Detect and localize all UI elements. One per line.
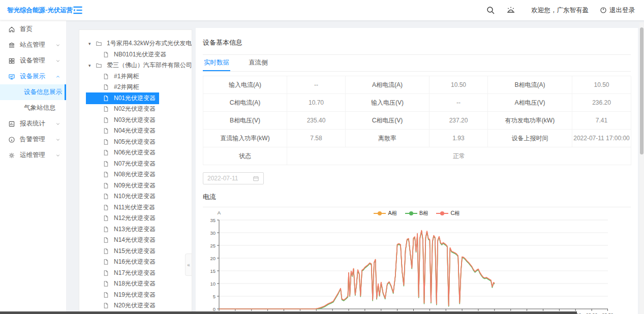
tree-node-1号家用4.32kW分布式光伏发电站[interactable]: ▾1号家用4.32kW分布式光伏发电站: [79, 38, 192, 49]
tree-node-#2并网柜[interactable]: #2并网柜: [79, 82, 192, 93]
tree-node-N18光伏逆变器[interactable]: N18光伏逆变器: [79, 278, 192, 290]
tree-node-N15光伏逆变器[interactable]: N15光伏逆变器: [79, 246, 192, 257]
sidebar-item-运维管理[interactable]: 运维管理: [0, 147, 66, 163]
tree-collapse-handle[interactable]: «: [185, 254, 192, 276]
legend-item-A相[interactable]: A相: [374, 210, 397, 217]
table-label-cell: 输入电流(A): [203, 76, 287, 94]
sidebar-item-label: 设备展示: [20, 72, 45, 81]
table-label-cell: C相电流(A): [203, 94, 287, 112]
tree-node-N12光伏逆变器[interactable]: N12光伏逆变器: [79, 213, 192, 224]
date-input[interactable]: [207, 175, 248, 182]
date-picker[interactable]: [203, 172, 264, 184]
svg-text:0: 0: [213, 306, 216, 312]
tree-node-label: N08光伏逆变器: [112, 170, 157, 179]
table-value-cell: 237.20: [430, 112, 488, 130]
sidebar-item-告警管理[interactable]: 告警管理: [0, 132, 66, 147]
vertical-scrollbar[interactable]: [639, 22, 644, 314]
tree-node-N11光伏逆变器[interactable]: N11光伏逆变器: [79, 202, 192, 213]
tab-realtime-data[interactable]: 实时数据: [203, 55, 230, 71]
chevron-up-icon: [56, 75, 60, 79]
horizontal-scrollbar-thumb[interactable]: [0, 311, 577, 314]
tree-node-content: N20光伏逆变器: [103, 301, 157, 310]
tree-node-label: N03光伏逆变器: [112, 115, 157, 125]
file-icon: [103, 106, 109, 112]
legend-item-B相[interactable]: B相: [405, 210, 428, 217]
legend-marker: [374, 211, 386, 216]
file-icon: [103, 280, 109, 287]
tree-node-N04光伏逆变器[interactable]: N04光伏逆变器: [79, 125, 192, 137]
tree-node-label: N05光伏逆变器: [112, 137, 157, 147]
tree-node-content: N01光伏逆变器: [86, 92, 159, 104]
table-value-cell: 2022-07-11 17:00:00: [572, 130, 631, 147]
table-value-cell: 10.70: [287, 94, 346, 112]
tree-node-N20光伏逆变器[interactable]: N20光伏逆变器: [79, 300, 192, 311]
sidebar-item-设备管理[interactable]: 设备管理: [0, 53, 66, 69]
legend-marker: [405, 211, 417, 216]
tree-node-N16光伏逆变器[interactable]: N16光伏逆变器: [79, 257, 192, 268]
sidebar-subitem-设备信息展示[interactable]: 设备信息展示: [0, 84, 66, 100]
tree-node-content: N13光伏逆变器: [103, 225, 157, 234]
tree-node-N10光伏逆变器[interactable]: N10光伏逆变器: [79, 191, 192, 202]
table-value-cell: 236.20: [572, 94, 631, 112]
sidebar-item-设备展示[interactable]: 设备展示: [0, 69, 66, 84]
tree-node-label: 1号家用4.32kW分布式光伏发电站: [105, 39, 192, 48]
tree-node-N06光伏逆变器[interactable]: N06光伏逆变器: [79, 147, 192, 159]
file-icon: [103, 128, 109, 134]
alarm-icon[interactable]: [506, 6, 515, 15]
tree-node-N07光伏逆变器[interactable]: N07光伏逆变器: [79, 159, 192, 170]
sidebar-item-首页[interactable]: 首页: [0, 21, 66, 37]
tree-node-label: N20光伏逆变器: [112, 301, 157, 310]
logout-button[interactable]: 退出登录: [600, 6, 635, 15]
table-value-cell: 10.50: [572, 76, 631, 94]
tree-node-N05光伏逆变器[interactable]: N05光伏逆变器: [79, 137, 192, 148]
tree-node-N09光伏逆变器[interactable]: N09光伏逆变器: [79, 180, 192, 192]
tree-node-label: N15光伏逆变器: [112, 246, 157, 256]
tree-node-label: N11光伏逆变器: [112, 203, 157, 212]
tree-node-#1并网柜[interactable]: #1并网柜: [79, 71, 192, 82]
file-icon: [103, 149, 109, 156]
tree-node-label: N14光伏逆变器: [112, 235, 157, 245]
file-icon: [103, 248, 109, 255]
svg-text:35: 35: [210, 217, 216, 223]
file-icon: [103, 171, 109, 178]
sidebar-item-label: 报表统计: [20, 119, 45, 128]
tree-node-N01光伏逆变器[interactable]: N01光伏逆变器: [79, 93, 192, 104]
tree-node-N19光伏逆变器[interactable]: N19光伏逆变器: [79, 290, 192, 301]
tree-node-N14光伏逆变器[interactable]: N14光伏逆变器: [79, 235, 192, 246]
legend-item-C相[interactable]: C相: [436, 210, 459, 217]
chevron-down-icon: [56, 43, 60, 47]
table-value-cell: 10.50: [430, 76, 488, 94]
tree-node-NB0101光伏逆变器[interactable]: NB0101光伏逆变器: [79, 49, 192, 60]
caret-down-icon[interactable]: ▾: [88, 63, 94, 68]
menu-fold-icon[interactable]: [72, 5, 83, 16]
table-label-cell: 输入电压(V): [346, 94, 430, 112]
chevron-down-icon: [56, 153, 60, 158]
chevron-down-icon: [56, 122, 60, 126]
sidebar-item-报表统计[interactable]: 报表统计: [0, 116, 66, 132]
vertical-scrollbar-thumb[interactable]: [640, 27, 643, 154]
sidebar-subitem-气象站信息[interactable]: 气象站信息: [0, 100, 66, 116]
table-label-cell: 直流输入功率(kW): [203, 130, 287, 147]
search-icon[interactable]: [486, 6, 495, 15]
top-header: 智光综合能源-光伏运营 欢迎您，广东智有盈 退出登录: [0, 0, 644, 20]
tree-node-N03光伏逆变器[interactable]: N03光伏逆变器: [79, 115, 192, 126]
file-icon: [103, 302, 109, 309]
tree-node-N13光伏逆变器[interactable]: N13光伏逆变器: [79, 224, 192, 235]
tree-node-N17光伏逆变器[interactable]: N17光伏逆变器: [79, 268, 192, 279]
tree-node-label: N12光伏逆变器: [112, 213, 157, 223]
tree-node-N02光伏逆变器[interactable]: N02光伏逆变器: [79, 104, 192, 115]
legend-label: A相: [388, 210, 397, 217]
folder-icon: [96, 40, 102, 47]
file-icon: [103, 161, 109, 167]
caret-down-icon[interactable]: ▾: [88, 41, 94, 46]
tree-node-content: N15光伏逆变器: [103, 246, 157, 256]
table-label-cell: 离散率: [346, 130, 430, 147]
tree-node-label: N18光伏逆变器: [112, 279, 157, 289]
tree-node-label: N04光伏逆变器: [112, 126, 157, 136]
sidebar-item-站点管理[interactable]: 站点管理: [0, 37, 66, 53]
tree-node-爱三（佛山）汽车部件有限公司光伏发[interactable]: ▾爱三（佛山）汽车部件有限公司光伏发: [79, 60, 192, 71]
tab-dc-side[interactable]: 直流侧: [248, 55, 269, 71]
folder-icon: [96, 62, 102, 69]
tree-node-N08光伏逆变器[interactable]: N08光伏逆变器: [79, 169, 192, 180]
table-label-cell: B相电流(A): [488, 76, 572, 94]
